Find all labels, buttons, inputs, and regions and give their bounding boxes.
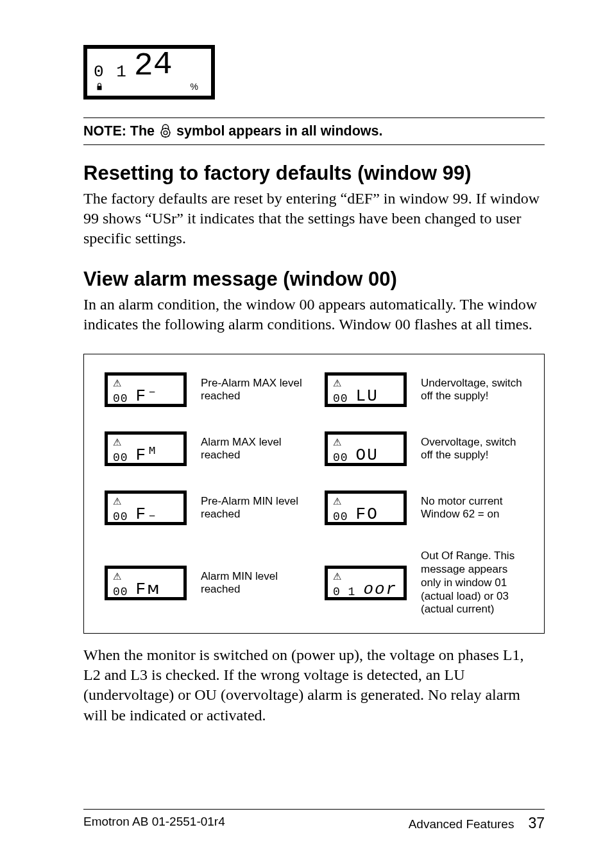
- lcd-code: Fᴍ: [136, 581, 162, 598]
- alarm-caption: Pre-Alarm MAX level reached: [201, 377, 307, 403]
- alarm-caption: Overvoltage, switch off the supply!: [421, 436, 530, 462]
- alarm-caption: No motor current Window 62 = on: [421, 495, 530, 521]
- lcd-code: Fᴹ: [136, 447, 158, 464]
- lcd-mini: ⚠ 00 Fᴹ: [105, 431, 187, 466]
- note-prefix: NOTE: The: [83, 123, 155, 139]
- svg-rect-3: [161, 132, 162, 134]
- svg-rect-1: [165, 128, 166, 129]
- gear-lock-icon: [158, 124, 173, 138]
- lcd-mini: ⚠ 00 F₋: [105, 490, 187, 525]
- lcd-mini: ⚠ 00 F⁻: [105, 372, 187, 407]
- lcd-win: 0 1: [333, 586, 355, 598]
- alarm-caption: Alarm MAX level reached: [201, 436, 307, 462]
- diagram-row: ⚠ 00 Fᴹ Alarm MAX level reached ⚠ 00 OU …: [98, 431, 530, 466]
- diagram-row: ⚠ 00 F⁻ Pre-Alarm MAX level reached ⚠ 00…: [98, 372, 530, 407]
- svg-rect-2: [165, 136, 166, 137]
- section2-body: In an alarm condition, the window 00 app…: [83, 295, 545, 334]
- note-suffix: symbol appears in all windows.: [176, 123, 382, 139]
- lcd-mini: ⚠ 00 Fᴍ: [105, 566, 187, 600]
- footer-right-label: Advanced Features: [409, 817, 514, 831]
- alarm-diagram: ⚠ 00 F⁻ Pre-Alarm MAX level reached ⚠ 00…: [83, 354, 545, 634]
- paragraph-after-diagram: When the monitor is switched on (power u…: [83, 645, 545, 725]
- lcd-win: 00: [113, 452, 128, 464]
- lock-icon: [95, 82, 104, 91]
- footer-left: Emotron AB 01-2551-01r4: [83, 815, 225, 832]
- diagram-row: ⚠ 00 Fᴍ Alarm MIN level reached ⚠ 0 1 oo…: [98, 550, 530, 616]
- lcd-code: LU: [356, 388, 378, 404]
- lcd-mini: ⚠ 00 LU: [325, 372, 407, 407]
- lcd-value: 24: [134, 53, 173, 80]
- footer-page-number: 37: [528, 815, 545, 832]
- lcd-mini: ⚠ 00 FO: [325, 490, 407, 525]
- lcd-win: 00: [113, 393, 128, 404]
- top-lcd: 0 1 24 %: [83, 45, 215, 100]
- svg-point-9: [164, 131, 167, 135]
- section1-body: The factory defaults are reset by enteri…: [83, 189, 545, 249]
- lcd-mini: ⚠ 0 1 oor: [325, 566, 407, 600]
- alarm-caption: Pre-Alarm MIN level reached: [201, 495, 307, 521]
- note: NOTE: The symbol appears in all windows.: [83, 117, 545, 145]
- lcd-code: FO: [356, 506, 378, 523]
- alarm-caption: Alarm MIN level reached: [201, 570, 307, 596]
- page-footer: Emotron AB 01-2551-01r4 Advanced Feature…: [83, 809, 545, 832]
- lcd-code: oor: [363, 581, 397, 598]
- lcd-win: 00: [333, 511, 348, 523]
- lcd-code: F⁻: [136, 388, 158, 404]
- lcd-win: 00: [113, 586, 128, 598]
- lcd-code: F₋: [136, 506, 158, 523]
- diagram-row: ⚠ 00 F₋ Pre-Alarm MIN level reached ⚠ 00…: [98, 490, 530, 525]
- lcd-mini: ⚠ 00 OU: [325, 431, 407, 466]
- section2-heading: View alarm message (window 00): [83, 268, 545, 291]
- section1-heading: Resetting to factory defaults (window 99…: [83, 162, 545, 185]
- svg-rect-4: [169, 132, 171, 134]
- lcd-unit: %: [191, 82, 198, 92]
- alarm-caption: Undervoltage, switch off the supply!: [421, 377, 530, 403]
- lcd-code: OU: [356, 447, 378, 464]
- lcd-win: 00: [333, 393, 348, 404]
- lcd-window-number: 0 1: [94, 64, 128, 80]
- lcd-win: 00: [113, 511, 128, 523]
- alarm-caption: Out Of Range. This message appears only …: [421, 550, 530, 616]
- lcd-win: 00: [333, 452, 348, 464]
